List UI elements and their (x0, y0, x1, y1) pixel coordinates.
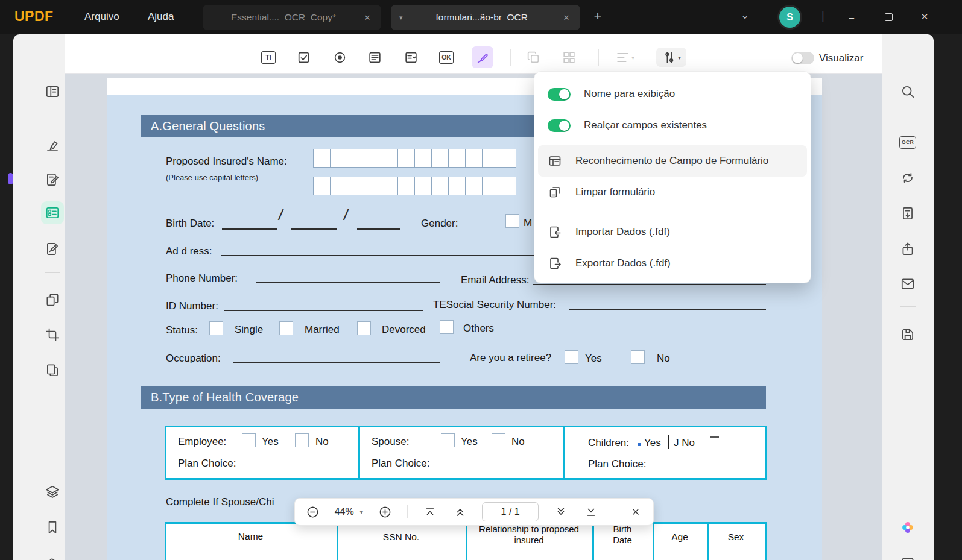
gender-m-checkbox[interactable] (505, 214, 519, 228)
menu-arquivo[interactable]: Arquivo (84, 11, 119, 23)
tool-checkbox[interactable] (294, 48, 313, 67)
preview-toggle[interactable] (791, 52, 814, 64)
retiree-yes-checkbox[interactable] (565, 350, 578, 364)
close-button[interactable]: ✕ (917, 10, 932, 24)
occupation-line[interactable] (233, 362, 440, 363)
sidebar-item-organize-pages[interactable] (42, 290, 63, 310)
sidebar-item-extract-page[interactable] (897, 203, 918, 224)
tab-essential-ocr-copy[interactable]: Essential...._OCR_Copy* ✕ (203, 5, 381, 30)
sidebar-item-sign[interactable] (42, 239, 63, 259)
last-page-button[interactable] (583, 504, 599, 520)
tool-list-box[interactable] (365, 48, 384, 67)
zoom-out-button[interactable] (305, 504, 320, 520)
new-tab-button[interactable]: + (590, 8, 606, 24)
birth-date-line-3[interactable] (357, 228, 400, 230)
next-view-button[interactable] (553, 504, 569, 520)
status-devorced-checkbox[interactable] (357, 321, 371, 335)
status-married-checkbox[interactable] (279, 321, 293, 335)
sidebar-item-thumbnails[interactable] (42, 81, 63, 102)
phone-line[interactable] (256, 282, 440, 283)
employee-no-checkbox[interactable] (295, 433, 309, 447)
menu-toggle-display-name[interactable]: Nome para exibição (548, 84, 801, 104)
employee-yes-checkbox[interactable] (242, 433, 256, 447)
spouse-no-checkbox[interactable] (492, 433, 505, 447)
sidebar-item-share[interactable] (897, 239, 918, 259)
zoom-level-control[interactable]: 44% ▾ (335, 506, 363, 517)
sidebar-item-ai-assistant[interactable] (897, 517, 918, 538)
menu-item-clear-form[interactable]: Limpar formulário (538, 177, 807, 208)
sidebar-divider (45, 272, 60, 273)
menu-item-field-recognition[interactable]: Reconhecimento de Campo de Formulário (538, 145, 807, 177)
sidebar-item-layers[interactable] (42, 482, 63, 502)
name-char-boxes-row2[interactable] (314, 177, 516, 195)
tool-copy-fields[interactable] (524, 48, 543, 67)
name-char-boxes-row1[interactable] (314, 149, 516, 168)
menu-ajuda[interactable]: Ajuda (148, 11, 174, 23)
tool-combo-box[interactable] (401, 48, 420, 67)
minimize-button[interactable]: – (844, 10, 859, 24)
sidebar-item-search[interactable] (897, 81, 918, 102)
maximize-button[interactable] (881, 10, 896, 24)
id-number-line[interactable] (224, 310, 423, 311)
sidebar-item-annotate[interactable] (42, 169, 63, 190)
tool-form-options[interactable]: ▾ (656, 48, 686, 67)
table-divider (358, 427, 360, 478)
sidebar-item-crop[interactable] (42, 324, 63, 345)
tool-arrange-fields[interactable] (559, 48, 578, 67)
sidebar-item-save[interactable] (897, 324, 918, 345)
ssn-line[interactable] (569, 309, 766, 310)
display-name-toggle[interactable] (548, 88, 571, 101)
birth-date-line-2[interactable] (291, 228, 337, 230)
sidebar-item-email[interactable] (897, 274, 918, 294)
tool-align-fields[interactable]: ▾ (610, 48, 639, 67)
tab-formulario-ocr[interactable]: ▾ formulari...ão-br_OCR ✕ (391, 5, 580, 30)
close-zoombar-button[interactable] (628, 504, 644, 520)
phone-label: Phone Number: (166, 272, 238, 285)
zoom-in-button[interactable] (377, 504, 393, 520)
previous-view-button[interactable] (452, 504, 468, 520)
tab-close-icon[interactable]: ✕ (561, 13, 572, 22)
menu-item-import-data[interactable]: Importar Dados (.fdf) (538, 216, 807, 248)
sidebar-item-form-fields[interactable] (41, 201, 64, 224)
page-indicator[interactable]: 1 / 1 (482, 502, 539, 521)
email-line[interactable] (533, 284, 766, 285)
tab-close-icon[interactable]: ✕ (362, 13, 373, 22)
tab-caret-icon[interactable]: ▾ (399, 14, 403, 22)
first-page-icon (423, 505, 437, 518)
status-others-label: Others (463, 322, 494, 335)
sidebar-item-ocr[interactable]: OCR (897, 132, 918, 153)
tool-radio-button[interactable] (330, 48, 349, 67)
highlight-fields-toggle[interactable] (548, 119, 571, 132)
avatar[interactable]: S (779, 7, 800, 28)
col-header-age: Age (653, 532, 707, 543)
first-page-button[interactable] (422, 504, 438, 520)
toggle-label: Realçar campos existentes (584, 119, 707, 131)
retiree-no-checkbox[interactable] (631, 350, 645, 364)
tool-text-field[interactable]: TI (259, 48, 278, 67)
spouse-yes-checkbox[interactable] (441, 433, 455, 447)
bookmark-icon (45, 520, 60, 535)
section-b-header: B.Type of Health Coverage (141, 386, 766, 409)
combo-box-icon (403, 50, 419, 65)
spouse-no-label: No (511, 436, 525, 448)
preview-toggle-track[interactable] (791, 52, 814, 64)
sidebar-item-highlight[interactable] (42, 135, 63, 156)
tool-push-button[interactable]: OK (437, 48, 456, 67)
ssn-label: TESocial Security Number: (433, 299, 556, 311)
menu-toggle-highlight-fields[interactable]: Realçar campos existentes (548, 115, 801, 136)
list-box-icon (367, 50, 382, 65)
tool-signature-field[interactable] (472, 46, 493, 68)
sidebar-item-bookmarks[interactable] (42, 517, 63, 538)
sidebar-item-attachments[interactable] (42, 553, 63, 560)
tab-list-chevron-icon[interactable]: ⌄ (741, 9, 749, 22)
id-number-label: ID Number: (166, 300, 218, 312)
status-single-checkbox[interactable] (209, 321, 223, 335)
status-others-checkbox[interactable] (440, 320, 454, 334)
occupation-label: Occupation: (166, 353, 221, 365)
sidebar-item-comments[interactable] (897, 553, 918, 560)
sidebar-item-convert[interactable] (897, 168, 918, 188)
convert-icon (900, 170, 916, 186)
birth-date-line-1[interactable] (222, 228, 277, 230)
sidebar-item-extract-pages[interactable] (42, 360, 63, 380)
menu-item-export-data[interactable]: Exportar Dados (.fdf) (538, 248, 807, 279)
